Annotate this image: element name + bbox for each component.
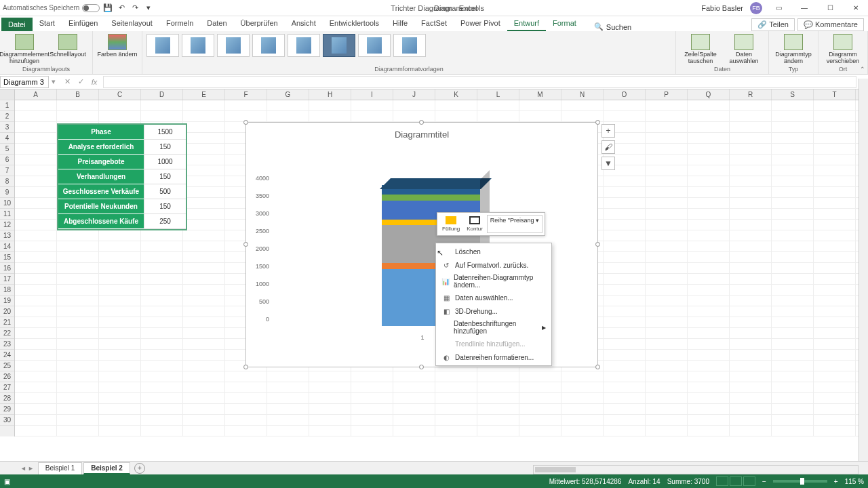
change-chart-type-button[interactable]: Diagrammtyp ändern: [773, 34, 814, 65]
row-header[interactable]: 17: [0, 274, 14, 285]
sheet-prev-icon[interactable]: ◄: [20, 465, 26, 472]
chart-style-7[interactable]: [358, 34, 391, 57]
chart-style-4[interactable]: [252, 34, 285, 57]
row-header[interactable]: 30: [0, 415, 14, 426]
tab-überprüfen[interactable]: Überprüfen: [234, 16, 285, 31]
context-menu-item[interactable]: ↺Auf Formatvorl. zurücks.: [436, 258, 551, 272]
col-header[interactable]: F: [225, 89, 267, 100]
col-header[interactable]: C: [99, 89, 141, 100]
table-value-cell[interactable]: 150: [144, 169, 186, 184]
tab-ansicht[interactable]: Ansicht: [285, 16, 323, 31]
context-menu-item[interactable]: ◧3D-Drehung...: [436, 304, 551, 318]
ribbon-options-icon[interactable]: ▭: [769, 2, 788, 14]
row-header[interactable]: 11: [0, 209, 14, 220]
col-header[interactable]: H: [309, 89, 351, 100]
row-header[interactable]: 8: [0, 176, 14, 187]
row-header[interactable]: 26: [0, 371, 14, 382]
row-header[interactable]: 21: [0, 317, 14, 328]
chart-style-6[interactable]: [323, 34, 355, 57]
record-macro-icon[interactable]: ▣: [4, 478, 10, 485]
row-header[interactable]: 25: [0, 361, 14, 371]
row-header[interactable]: 19: [0, 296, 14, 306]
avatar[interactable]: FB: [750, 2, 762, 14]
page-break-icon[interactable]: [743, 476, 755, 486]
fx-icon[interactable]: fx: [88, 76, 100, 88]
row-header[interactable]: 14: [0, 241, 14, 252]
col-header[interactable]: A: [15, 89, 57, 100]
context-menu-item[interactable]: ▦Daten auswählen...: [436, 291, 551, 304]
row-header[interactable]: 18: [0, 285, 14, 296]
share-button[interactable]: 🔗 Teilen: [751, 18, 795, 31]
series-dropdown[interactable]: Reihe "Preisang ▾: [487, 215, 542, 233]
col-header[interactable]: O: [604, 89, 646, 100]
chart-styles-icon[interactable]: 🖌: [601, 140, 615, 154]
table-value-cell[interactable]: 500: [144, 184, 186, 199]
table-header-cell[interactable]: Potentielle Neukunden: [58, 199, 144, 214]
table-header-cell[interactable]: Analyse erforderlich: [58, 140, 144, 155]
col-header[interactable]: R: [730, 89, 772, 100]
table-header-cell[interactable]: Geschlossene Verkäufe: [58, 184, 144, 199]
zoom-level[interactable]: 115 %: [845, 478, 864, 485]
outline-button[interactable]: Kontur: [464, 215, 486, 233]
zoom-in-icon[interactable]: +: [834, 478, 838, 485]
tab-start[interactable]: Start: [33, 16, 62, 31]
page-layout-icon[interactable]: [730, 476, 742, 486]
chart-style-8[interactable]: [393, 34, 426, 57]
row-header[interactable]: 5: [0, 144, 14, 155]
undo-icon[interactable]: ↶: [116, 3, 127, 14]
chart-style-1[interactable]: [146, 34, 179, 57]
row-header[interactable]: 4: [0, 133, 14, 144]
row-header[interactable]: 10: [0, 198, 14, 209]
chart-elements-icon[interactable]: +: [601, 124, 615, 138]
col-header[interactable]: I: [351, 89, 393, 100]
col-header[interactable]: S: [772, 89, 814, 100]
row-header[interactable]: 20: [0, 306, 14, 317]
table-value-cell[interactable]: 150: [144, 140, 186, 155]
name-box[interactable]: [0, 76, 49, 88]
chart-series[interactable]: [382, 195, 480, 200]
col-header[interactable]: Q: [688, 89, 730, 100]
row-header[interactable]: 23: [0, 339, 14, 350]
horizontal-scrollbar[interactable]: [533, 465, 859, 474]
cancel-icon[interactable]: ✕: [61, 76, 73, 88]
table-value-cell[interactable]: 1500: [144, 125, 186, 140]
chart-title[interactable]: Diagrammtitel: [246, 123, 597, 142]
col-header[interactable]: J: [393, 89, 435, 100]
chart-style-2[interactable]: [182, 34, 214, 57]
table-header-cell[interactable]: Preisangebote: [58, 155, 144, 169]
fill-button[interactable]: Füllung: [439, 215, 462, 233]
col-header[interactable]: L: [477, 89, 519, 100]
normal-view-icon[interactable]: [716, 476, 728, 486]
tab-hilfe[interactable]: Hilfe: [386, 16, 414, 31]
tab-einfügen[interactable]: Einfügen: [62, 16, 104, 31]
select-data-button[interactable]: Daten auswählen: [724, 34, 764, 65]
change-colors-button[interactable]: Farben ändern: [97, 34, 138, 58]
row-header[interactable]: 29: [0, 404, 14, 415]
tab-format[interactable]: Format: [546, 16, 583, 31]
autosave-toggle[interactable]: [82, 4, 100, 12]
col-header[interactable]: K: [435, 89, 477, 100]
row-header[interactable]: 9: [0, 187, 14, 198]
context-menu-item[interactable]: 📊Datenreihen-Diagrammtyp ändern...: [436, 272, 551, 291]
context-menu-item[interactable]: ◐Datenreihen formatieren...: [436, 350, 551, 364]
row-header[interactable]: 12: [0, 220, 14, 230]
tab-entwurf[interactable]: Entwurf: [507, 16, 546, 31]
chart-filter-icon[interactable]: ▼: [601, 157, 615, 170]
table-value-cell[interactable]: 150: [144, 199, 186, 214]
col-header[interactable]: E: [183, 89, 225, 100]
sheet-tab[interactable]: Beispiel 1: [38, 462, 82, 474]
switch-row-col-button[interactable]: Zeile/Spalte tauschen: [680, 34, 721, 65]
col-header[interactable]: M: [519, 89, 561, 100]
collapse-ribbon-icon[interactable]: ⌃: [860, 66, 865, 73]
tab-file[interactable]: Datei: [1, 18, 33, 31]
row-header[interactable]: 28: [0, 393, 14, 404]
qat-dropdown-icon[interactable]: ▾: [143, 3, 154, 14]
row-header[interactable]: 6: [0, 155, 14, 165]
tab-power pivot[interactable]: Power Pivot: [454, 16, 507, 31]
redo-icon[interactable]: ↷: [130, 3, 140, 14]
add-sheet-button[interactable]: +: [134, 463, 145, 474]
comments-button[interactable]: 💬 Kommentare: [797, 18, 864, 31]
tab-entwicklertools[interactable]: Entwicklertools: [323, 16, 386, 31]
zoom-out-icon[interactable]: −: [762, 478, 766, 485]
col-header[interactable]: G: [267, 89, 309, 100]
